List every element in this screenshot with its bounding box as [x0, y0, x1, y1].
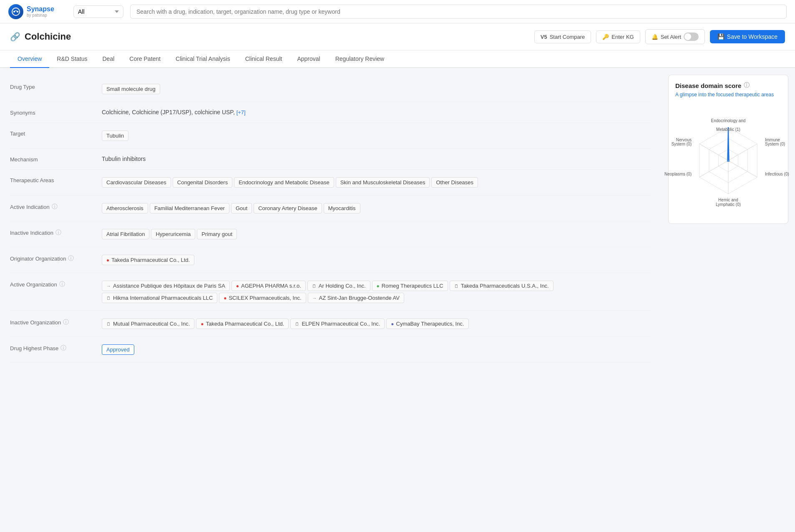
org-tag-assistance-publique[interactable]: → Assistance Publique des Hôpitaux de Pa…	[102, 281, 230, 291]
tab-clinical-result[interactable]: Clinical Result	[238, 50, 290, 68]
tag-congenital[interactable]: Congenital Disorders	[173, 177, 232, 188]
mechanism-text: Tubulin inhibitors	[102, 156, 146, 162]
start-compare-icon: V5	[541, 34, 547, 40]
set-alert-button[interactable]: 🔔 Set Alert	[645, 29, 705, 44]
org-icon-romeg: ●	[377, 283, 380, 289]
tag-coronary-artery[interactable]: Coronary Artery Disease	[254, 203, 322, 213]
start-compare-button[interactable]: V5 Start Compare	[534, 30, 591, 43]
domain-score-subtitle: A glimpse into the focused therapeutic a…	[675, 92, 781, 98]
save-icon: 💾	[717, 33, 725, 40]
search-input[interactable]	[130, 5, 787, 19]
drug-highest-phase-label: Drug Highest Phase ⓘ	[10, 344, 93, 352]
enter-kg-button[interactable]: 🔑 Enter KG	[596, 30, 640, 43]
org-icon-agepha: ●	[236, 283, 239, 289]
set-alert-label: Set Alert	[661, 34, 681, 40]
org-icon-takeda-inactive: ●	[201, 321, 204, 327]
svg-line-11	[699, 144, 728, 161]
tab-regulatory-review[interactable]: Regulatory Review	[328, 50, 392, 68]
org-tag-mutual[interactable]: 🗒 Mutual Pharmaceutical Co., Inc.	[102, 319, 194, 329]
svg-point-0	[12, 8, 20, 15]
tag-familial-mediterranean[interactable]: Familial Mediterranean Fever	[150, 203, 229, 213]
org-tag-romeg[interactable]: ● Romeg Therapeutics LLC	[372, 281, 448, 291]
tag-hyperuricemia[interactable]: Hyperuricemia	[151, 229, 195, 239]
tab-clinical-trial-analysis[interactable]: Clinical Trial Analysis	[168, 50, 238, 68]
svg-text:Metabolic (1): Metabolic (1)	[716, 127, 740, 132]
org-icon-ar: 🗒	[312, 284, 317, 289]
org-icon-elpen: 🗒	[295, 321, 299, 326]
logo: Synapse by patsnap	[8, 4, 67, 19]
org-tag-ar-holding[interactable]: 🗒 Ar Holding Co., Inc.	[307, 281, 370, 291]
tab-deal[interactable]: Deal	[95, 50, 122, 68]
inactive-indication-info-icon[interactable]: ⓘ	[55, 229, 61, 236]
inactive-org-info-icon[interactable]: ⓘ	[63, 319, 69, 326]
org-tag-az-sint[interactable]: → AZ Sint-Jan Brugge-Oostende AV	[308, 293, 404, 303]
drug-type-row: Drug Type Small molecule drug	[10, 76, 652, 102]
org-icon-ap: →	[106, 284, 111, 289]
active-org-info-icon[interactable]: ⓘ	[59, 281, 65, 288]
save-label: Save to Workspace	[727, 33, 777, 40]
target-label: Target	[10, 130, 93, 137]
tab-navigation: Overview R&D Status Deal Core Patent Cli…	[0, 50, 795, 68]
therapeutic-areas-value: Cardiovascular Diseases Congenital Disor…	[102, 176, 652, 188]
svg-line-8	[728, 161, 757, 177]
tab-approval[interactable]: Approval	[289, 50, 327, 68]
synonyms-more-link[interactable]: [+7]	[236, 109, 246, 115]
drug-highest-phase-info-icon[interactable]: ⓘ	[60, 344, 66, 352]
org-tag-scilex[interactable]: ● SCILEX Pharmaceuticals, Inc.	[219, 293, 306, 303]
org-tag-cymabay[interactable]: ● CymaBay Therapeutics, Inc.	[386, 319, 468, 329]
tab-core-patent[interactable]: Core Patent	[122, 50, 168, 68]
tab-overview[interactable]: Overview	[10, 50, 49, 68]
mechanism-value: Tubulin inhibitors	[102, 156, 652, 162]
tag-small-molecule: Small molecule drug	[102, 84, 160, 94]
active-org-value: → Assistance Publique des Hôpitaux de Pa…	[102, 280, 652, 304]
search-type-select[interactable]: All Drug Target Organization	[73, 5, 123, 18]
set-alert-icon: 🔔	[652, 34, 658, 40]
svg-text:Lymphatic (0): Lymphatic (0)	[716, 202, 741, 207]
tag-primary-gout[interactable]: Primary gout	[197, 229, 237, 239]
originator-org-row: Originator Organization ⓘ ● Takeda Pharm…	[10, 247, 652, 273]
tag-myocarditis[interactable]: Myocarditis	[324, 203, 360, 213]
drug-header: 🔗 Colchicine V5 Start Compare 🔑 Enter KG…	[0, 23, 795, 50]
tag-atrial-fibrillation[interactable]: Atrial Fibrillation	[102, 229, 149, 239]
org-icon-mutual: 🗒	[106, 321, 111, 326]
org-icon-hikma: 🗒	[106, 296, 111, 301]
tag-other-diseases[interactable]: Other Diseases	[431, 177, 478, 188]
org-tag-takeda[interactable]: ● Takeda Pharmaceutical Co., Ltd.	[102, 255, 194, 265]
tag-endocrinology[interactable]: Endocrinology and Metabolic Disease	[234, 177, 334, 188]
tag-tubulin[interactable]: Tubulin	[102, 130, 128, 141]
tag-cardiovascular[interactable]: Cardiovascular Diseases	[102, 177, 171, 188]
org-icon-az-sint: →	[312, 296, 317, 301]
drug-highest-phase-value: Approved	[102, 344, 652, 356]
domain-score-card: Disease domain score ⓘ A glimpse into th…	[668, 75, 788, 224]
active-indication-row: Active Indication ⓘ Atherosclerosis Fami…	[10, 196, 652, 221]
tag-atherosclerosis[interactable]: Atherosclerosis	[102, 203, 148, 213]
alert-toggle[interactable]	[684, 33, 699, 41]
svg-text:System (0): System (0)	[765, 142, 785, 146]
target-row: Target Tubulin	[10, 123, 652, 149]
org-tag-elpen[interactable]: 🗒 ELPEN Pharmaceutical Co., Inc.	[290, 319, 385, 329]
tag-skin-musculoskeletal[interactable]: Skin and Musculoskeletal Diseases	[336, 177, 430, 188]
target-value: Tubulin	[102, 130, 652, 142]
drug-highest-phase-row: Drug Highest Phase ⓘ Approved	[10, 337, 652, 363]
logo-icon	[8, 4, 23, 19]
synonyms-row: Synonyms Colchicine, Colchicine (JP17/US…	[10, 102, 652, 123]
originator-org-info-icon[interactable]: ⓘ	[68, 255, 74, 262]
domain-score-info-icon[interactable]: ⓘ	[744, 82, 750, 89]
tag-gout[interactable]: Gout	[231, 203, 252, 213]
org-tag-agepha[interactable]: ● AGEPHA PHARMA s.r.o.	[231, 281, 306, 291]
org-tag-takeda-usa[interactable]: 🗒 Takeda Pharmaceuticals U.S.A., Inc.	[450, 281, 553, 291]
drug-type-value: Small molecule drug	[102, 83, 652, 95]
org-tag-takeda-inactive[interactable]: ● Takeda Pharmaceutical Co., Ltd.	[196, 319, 289, 329]
save-to-workspace-button[interactable]: 💾 Save to Workspace	[710, 30, 785, 43]
main-content: Drug Type Small molecule drug Synonyms C…	[0, 68, 795, 371]
inactive-indication-label: Inactive Indication ⓘ	[10, 228, 93, 236]
org-icon-cymabay: ●	[391, 321, 394, 327]
synonyms-text: Colchicine, Colchicine (JP17/USP), colch…	[102, 109, 236, 115]
active-indication-info-icon[interactable]: ⓘ	[52, 203, 58, 211]
tab-rd-status[interactable]: R&D Status	[49, 50, 95, 68]
enter-kg-icon: 🔑	[602, 34, 609, 40]
synonyms-value: Colchicine, Colchicine (JP17/USP), colch…	[102, 109, 652, 115]
drug-name: Colchicine	[25, 31, 534, 42]
org-tag-hikma[interactable]: 🗒 Hikma International Pharmaceuticals LL…	[102, 293, 217, 303]
svg-text:Endocrinology and: Endocrinology and	[711, 118, 746, 123]
